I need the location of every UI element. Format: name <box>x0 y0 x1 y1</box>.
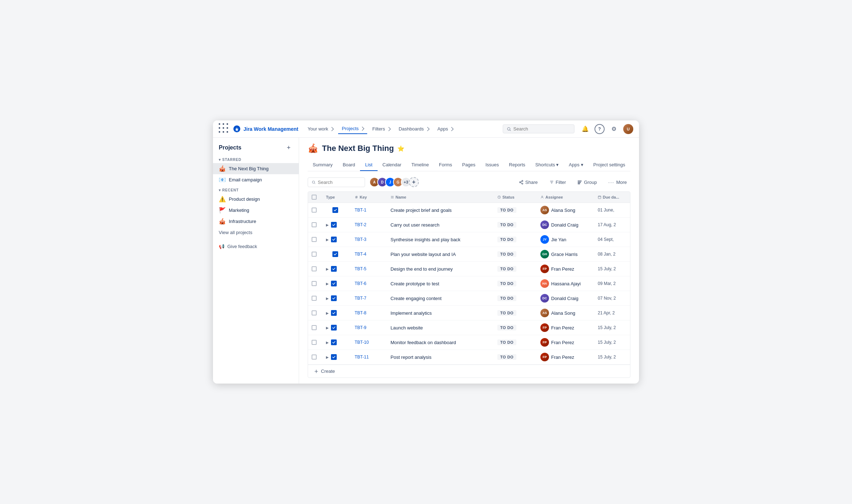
row-checkbox[interactable] <box>312 237 317 242</box>
cell-key[interactable]: TBT-5 <box>351 263 387 274</box>
give-feedback[interactable]: 📢 Give feedback <box>213 241 299 252</box>
user-avatar[interactable]: U <box>623 124 633 134</box>
cell-name[interactable]: Launch website <box>387 322 494 333</box>
table-row[interactable]: ▶ TBT-5 Design the end to end journey TO… <box>308 262 630 276</box>
tab-pages[interactable]: Pages <box>457 159 481 171</box>
tab-board[interactable]: Board <box>338 159 360 171</box>
row-checkbox[interactable] <box>312 296 317 301</box>
cell-status[interactable]: TO DO <box>494 322 537 333</box>
cell-key[interactable]: TBT-2 <box>351 219 387 230</box>
nav-search-box[interactable] <box>503 124 574 133</box>
task-type-checkbox[interactable] <box>332 251 338 257</box>
cell-status[interactable]: TO DO <box>494 351 537 363</box>
cell-key[interactable]: TBT-9 <box>351 322 387 333</box>
table-row[interactable]: ▶ TBT-8 Implement analytics TO DO AS Ala… <box>308 306 630 320</box>
list-search-box[interactable] <box>308 177 365 187</box>
row-checkbox[interactable] <box>312 310 317 315</box>
cell-assignee[interactable]: HA Hassana Ajayi <box>537 276 594 291</box>
cell-key[interactable]: TBT-3 <box>351 234 387 245</box>
cell-status[interactable]: TO DO <box>494 278 537 289</box>
cell-assignee[interactable]: AS Alana Song <box>537 306 594 320</box>
task-type-checkbox[interactable] <box>331 310 337 316</box>
project-star-icon[interactable]: ⭐ <box>397 145 404 152</box>
cell-checkbox[interactable] <box>308 219 322 230</box>
tab-apps[interactable]: Apps ▾ <box>564 159 588 171</box>
th-due-date[interactable]: Due da... <box>594 192 630 203</box>
tab-issues[interactable]: Issues <box>481 159 504 171</box>
tab-timeline[interactable]: Timeline <box>406 159 434 171</box>
row-checkbox[interactable] <box>312 252 317 257</box>
more-button[interactable]: ··· More <box>605 178 630 187</box>
table-row[interactable]: ▶ TBT-6 Create prototype to test TO DO H… <box>308 276 630 291</box>
cell-checkbox[interactable] <box>308 322 322 333</box>
expand-arrow[interactable]: ▶ <box>326 326 329 330</box>
cell-checkbox[interactable] <box>308 234 322 245</box>
nav-filters[interactable]: Filters <box>369 124 393 134</box>
expand-arrow[interactable]: ▶ <box>326 267 329 271</box>
cell-assignee[interactable]: DC Donald Craig <box>537 291 594 305</box>
task-type-checkbox[interactable] <box>331 354 337 360</box>
task-type-checkbox[interactable] <box>331 237 337 242</box>
cell-checkbox[interactable] <box>308 337 322 348</box>
sidebar-add-button[interactable]: + <box>284 143 293 152</box>
cell-name[interactable]: Monitor feedback on dashboard <box>387 337 494 348</box>
table-row[interactable]: TBT-4 Plan your website layout and IA TO… <box>308 247 630 262</box>
cell-assignee[interactable]: AS Alana Song <box>537 203 594 217</box>
nav-your-work[interactable]: Your work <box>304 124 337 134</box>
expand-arrow[interactable]: ▶ <box>326 282 329 286</box>
row-checkbox[interactable] <box>312 325 317 330</box>
row-checkbox[interactable] <box>312 281 317 286</box>
notification-icon[interactable]: 🔔 <box>580 124 590 134</box>
cell-checkbox[interactable] <box>308 308 322 318</box>
sidebar-item-product-design[interactable]: ⚠️ Product design <box>213 194 299 205</box>
cell-key[interactable]: TBT-11 <box>351 352 387 362</box>
expand-arrow[interactable]: ▶ <box>326 311 329 315</box>
expand-arrow[interactable]: ▶ <box>326 223 329 227</box>
cell-status[interactable]: TO DO <box>494 263 537 275</box>
cell-status[interactable]: TO DO <box>494 307 537 319</box>
cell-name[interactable]: Synthesise insights and play back <box>387 234 494 245</box>
cell-assignee[interactable]: FP Fran Perez <box>537 335 594 350</box>
task-type-checkbox[interactable] <box>331 222 337 228</box>
tab-list[interactable]: List <box>360 159 377 171</box>
sidebar-item-marketing[interactable]: 🚩 Marketing <box>213 205 299 216</box>
cell-status[interactable]: TO DO <box>494 234 537 245</box>
row-checkbox[interactable] <box>312 355 317 360</box>
task-type-checkbox[interactable] <box>331 325 337 331</box>
cell-assignee[interactable]: JY Jie Yan <box>537 232 594 247</box>
cell-name[interactable]: Design the end to end journey <box>387 263 494 275</box>
nav-apps[interactable]: Apps <box>434 124 457 134</box>
cell-checkbox[interactable] <box>308 352 322 362</box>
cell-status[interactable]: TO DO <box>494 204 537 216</box>
logo[interactable]: Jira Work Management <box>233 125 298 133</box>
th-key[interactable]: Key <box>351 192 387 203</box>
cell-assignee[interactable]: FP Fran Perez <box>537 320 594 335</box>
tab-forms[interactable]: Forms <box>434 159 457 171</box>
tab-project-settings[interactable]: Project settings <box>588 159 630 171</box>
th-name[interactable]: Name <box>387 192 494 203</box>
cell-name[interactable]: Create project brief and goals <box>387 205 494 216</box>
row-checkbox[interactable] <box>312 222 317 227</box>
starred-section-label[interactable]: ▾ STARRED <box>213 155 299 163</box>
row-checkbox[interactable] <box>312 266 317 271</box>
nav-dashboards[interactable]: Dashboards <box>395 124 432 134</box>
cell-key[interactable]: TBT-7 <box>351 293 387 304</box>
select-all-checkbox[interactable] <box>312 195 317 200</box>
table-row[interactable]: ▶ TBT-2 Carry out user research TO DO DC… <box>308 218 630 232</box>
cell-checkbox[interactable] <box>308 249 322 260</box>
cell-checkbox[interactable] <box>308 263 322 274</box>
expand-arrow[interactable]: ▶ <box>326 296 329 300</box>
task-type-checkbox[interactable] <box>331 266 337 272</box>
cell-key[interactable]: TBT-10 <box>351 337 387 348</box>
task-type-checkbox[interactable] <box>332 207 338 213</box>
cell-status[interactable]: TO DO <box>494 248 537 260</box>
tab-calendar[interactable]: Calendar <box>378 159 407 171</box>
cell-key[interactable]: TBT-6 <box>351 278 387 289</box>
cell-name[interactable]: Create engaging content <box>387 293 494 304</box>
table-row[interactable]: ▶ TBT-9 Launch website TO DO FP Fran Per… <box>308 320 630 335</box>
group-button[interactable]: Group <box>574 178 600 187</box>
app-switcher[interactable] <box>219 123 230 134</box>
sidebar-item-email-campaign[interactable]: 📧 Email campaign <box>213 174 299 185</box>
th-status[interactable]: Status <box>494 192 537 203</box>
table-row[interactable]: ▶ TBT-3 Synthesise insights and play bac… <box>308 232 630 247</box>
